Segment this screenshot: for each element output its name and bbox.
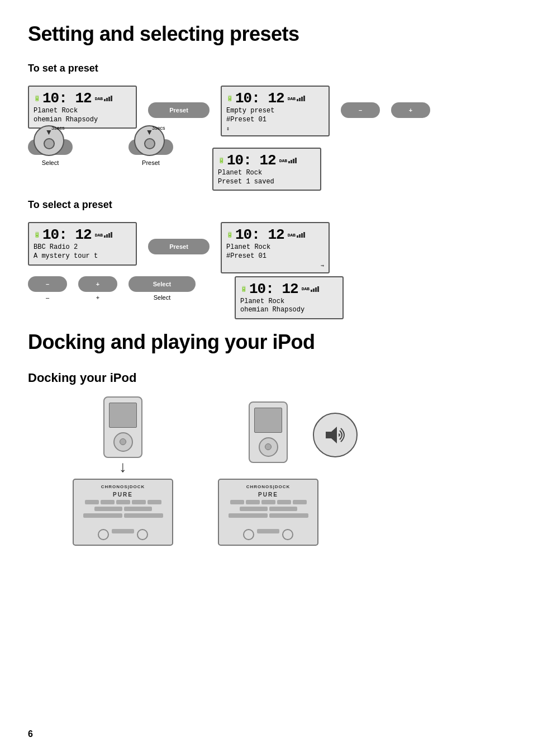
dock-circle2-left — [137, 529, 148, 540]
status-icons-2: DAB — [288, 96, 305, 101]
dock-btn-5 — [147, 500, 161, 504]
page-title: Setting and selecting presets — [28, 22, 505, 46]
dock-buttons-row-left — [78, 500, 168, 504]
dock-pure-left: PURE — [113, 492, 133, 498]
dock-btn-wide-2 — [124, 507, 152, 511]
dock-btn-r3 — [261, 500, 275, 504]
sel-step2-line1: Planet Rock — [226, 243, 324, 252]
battery-icon: 🔋 — [34, 95, 40, 102]
knob-inner-1 — [44, 138, 55, 149]
dock-btn-r4 — [277, 500, 291, 504]
signal-bars-s1 — [104, 232, 112, 238]
preset-btn-col2: Preset — [148, 239, 210, 254]
sel-select-col: Select Select — [129, 276, 196, 301]
step3-line1: Planet Rock — [218, 169, 316, 178]
sel-plus-button[interactable]: + — [78, 276, 117, 292]
sel-minus-button[interactable]: – — [28, 276, 67, 292]
dock-btn-wide-3 — [83, 513, 122, 518]
set-preset-diagrams: 🔋 10: 12 DAB Planet Rock ohemian Rhapsod… — [28, 86, 505, 191]
step2-line2: #Preset 01 — [226, 116, 324, 125]
set-preset-title: To set a preset — [28, 63, 505, 74]
dock-btn-1 — [85, 500, 99, 504]
select-label-2: Select — [154, 294, 171, 301]
step3-time: 10: 12 — [227, 152, 276, 169]
section2-title: Docking and playing your iPod — [28, 330, 505, 354]
ipod-docked-diagram: CHRONOS|DOCK PURE — [218, 401, 318, 546]
select-knob-col: ▼ 3secs Select — [28, 139, 73, 166]
page-number: 6 — [28, 729, 33, 739]
minus-label: – — [46, 294, 49, 301]
dock-btn-2 — [101, 500, 115, 504]
dock-btn-r5 — [293, 500, 307, 504]
battery-icon-3: 🔋 — [218, 157, 225, 164]
sel-step4-line2: ohemian Rhapsody — [240, 306, 338, 315]
dock-btn-4 — [132, 500, 146, 504]
dock-buttons-row2-right — [223, 507, 313, 511]
set-step2-display: 🔋 10: 12 DAB Empty preset #Preset 01 — [221, 86, 330, 136]
dab-label: DAB — [95, 96, 103, 101]
status-icons-s1: DAB — [95, 232, 112, 238]
set-step3-display: 🔋 10: 12 DAB Planet Rock Preset 1 saved — [212, 148, 321, 191]
secs-label-1: 3secs — [51, 125, 65, 131]
select-preset-title: To select a preset — [28, 199, 505, 211]
secs-label-2: 3secs — [152, 125, 165, 131]
step1-line2: ohemian Rhapsody — [34, 116, 131, 125]
dock-circle-left — [98, 529, 109, 540]
sel-minus-col: – – — [28, 276, 67, 301]
preset-btn-col1: Preset — [148, 102, 210, 118]
battery-icon-s1: 🔋 — [34, 231, 40, 238]
knob-inner-2 — [144, 138, 155, 149]
signal-bars — [104, 96, 112, 101]
dab-label-2: DAB — [288, 96, 296, 101]
preset-button-2[interactable]: Preset — [148, 239, 210, 254]
dock-buttons-row-right — [223, 500, 313, 504]
battery-icon-2: 🔋 — [226, 95, 233, 102]
dock-btn-wide-r3 — [229, 513, 268, 518]
plus-button[interactable]: + — [391, 102, 430, 118]
ipod-wheel-inner-right — [265, 443, 272, 450]
sel-plus-col: + + — [78, 276, 117, 301]
signal-bars-2 — [297, 96, 305, 101]
sel-select-button[interactable]: Select — [129, 276, 196, 292]
status-icons-s2: DAB — [288, 232, 305, 238]
dock-btn-r2 — [246, 500, 260, 504]
dock-circle-right — [243, 529, 254, 540]
dock-pure-right: PURE — [258, 492, 278, 498]
ipod-wheel-inner-left — [120, 438, 126, 445]
sel-step2-arrow: ⇒ — [226, 262, 324, 269]
minus-button[interactable]: – — [341, 102, 380, 118]
status-icons: DAB — [95, 96, 112, 101]
ipod-body-right — [249, 401, 288, 463]
step2-time: 10: 12 — [235, 90, 284, 107]
sel-step1-display: 🔋 10: 12 DAB BBC Radio 2 A mystery tour … — [28, 222, 137, 265]
status-icons-s4: DAB — [302, 286, 319, 292]
dock-btn-wide-r1 — [240, 507, 268, 511]
ipod-wheel-right — [259, 437, 278, 457]
ipod-body-left — [103, 396, 142, 458]
sel-step1-line1: BBC Radio 2 — [34, 243, 131, 252]
dock-brand-right: CHRONOS|DOCK — [246, 484, 291, 489]
status-icons-3: DAB — [279, 158, 297, 163]
preset-label: Preset — [142, 159, 160, 166]
down-arrow-icon: ↓ — [119, 458, 127, 476]
preset-knob-col: ▼ 3secs Preset — [129, 139, 173, 166]
sel-step4-time: 10: 12 — [249, 281, 298, 297]
plus-btn-col: + — [391, 102, 430, 118]
select-preset-diagrams: 🔋 10: 12 DAB BBC Radio 2 A mystery tour … — [28, 222, 505, 319]
preset-button-1[interactable]: Preset — [148, 102, 210, 118]
battery-icon-s2: 🔋 — [226, 231, 233, 238]
sel-step2-time: 10: 12 — [235, 226, 284, 243]
dock-base-right: CHRONOS|DOCK PURE — [218, 479, 318, 546]
step1-time: 10: 12 — [42, 90, 92, 107]
dab-label-s2: DAB — [288, 233, 296, 238]
ipod-screen-left — [109, 403, 137, 428]
dock-brand-left: CHRONOS|DOCK — [101, 484, 145, 489]
dock-btn-3 — [116, 500, 130, 504]
dock-btn-r1 — [230, 500, 244, 504]
ipod-diagrams: ↓ CHRONOS|DOCK PURE — [73, 396, 505, 546]
select-label: Select — [42, 159, 59, 166]
dock-buttons-row3-left — [78, 513, 168, 518]
signal-bars-s2 — [297, 232, 305, 238]
step2-line1: Empty preset — [226, 107, 324, 116]
ipod-screen-right — [254, 408, 282, 433]
